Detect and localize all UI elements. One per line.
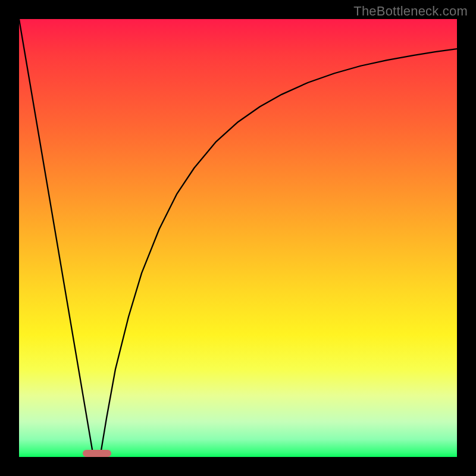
- watermark-text: TheBottleneck.com: [353, 4, 468, 19]
- highlight-bar: [83, 450, 111, 457]
- curve-svg: [19, 19, 457, 457]
- plot-area: [19, 19, 457, 457]
- curve-path: [19, 19, 457, 457]
- chart-frame: TheBottleneck.com: [0, 0, 476, 476]
